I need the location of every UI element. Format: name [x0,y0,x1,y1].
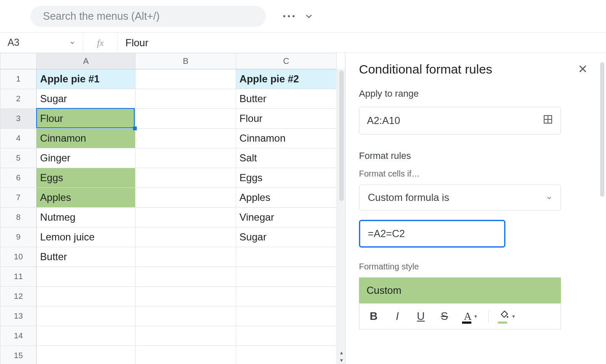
column-header-c[interactable]: C [236,53,337,69]
row-header[interactable]: 15 [0,346,37,364]
search-input[interactable] [42,10,254,23]
cell[interactable] [136,129,236,148]
scroll-up-icon[interactable]: ▲ [338,349,345,356]
cell[interactable] [37,287,136,306]
condition-value: Custom formula is [368,192,449,203]
row-header[interactable]: 13 [0,306,37,326]
name-box-value: A3 [8,37,19,48]
fill-color-button[interactable]: ▾ [494,308,521,325]
row-header[interactable]: 12 [0,287,37,306]
cell[interactable]: Flour [236,109,337,129]
cell[interactable]: Eggs [37,168,136,188]
cell[interactable]: Butter [37,247,136,267]
cell[interactable]: Apple pie #2 [236,69,337,89]
cell[interactable]: Cinnamon [37,129,136,148]
style-toolbar: B I U S A ▾ ▾ [359,303,561,330]
close-icon[interactable]: ✕ [578,63,587,75]
spreadsheet: A B C 1Apple pie #1Apple pie #22SugarBut… [0,53,345,364]
italic-button[interactable]: I [387,308,407,325]
row-header[interactable]: 11 [0,267,37,287]
row-header[interactable]: 7 [0,188,37,208]
row-header[interactable]: 1 [0,69,37,89]
row-header[interactable]: 2 [0,89,37,109]
column-header-b[interactable]: B [136,53,236,69]
vertical-scrollbar[interactable]: ▲ ▼ [338,69,345,364]
conditional-format-panel: Conditional format rules ✕ Apply to rang… [345,53,606,364]
panel-title: Conditional format rules [359,62,492,76]
cell[interactable] [37,306,136,326]
row-header[interactable]: 4 [0,129,37,148]
cell[interactable] [236,306,337,326]
bold-button[interactable]: B [364,308,384,325]
cell[interactable] [136,89,236,109]
row-header[interactable]: 6 [0,168,37,188]
cell[interactable]: Butter [236,89,337,109]
row-header[interactable]: 14 [0,326,37,346]
cell[interactable] [136,109,236,129]
cell[interactable] [136,326,236,346]
cell[interactable]: Sugar [236,227,337,247]
apply-range-field[interactable]: A2:A10 [359,107,561,135]
cell[interactable] [136,247,236,267]
cell[interactable]: Apples [37,188,136,208]
cell[interactable]: Salt [236,148,337,168]
cell[interactable]: Sugar [37,89,136,109]
column-header-a[interactable]: A [37,53,136,69]
cell[interactable] [136,168,236,188]
format-rules-label: Format rules [359,150,587,161]
more-icon[interactable] [279,6,299,26]
cell[interactable]: Eggs [236,168,337,188]
corner-cell[interactable] [0,53,37,69]
cell[interactable] [136,306,236,326]
cell[interactable] [136,69,236,89]
cell[interactable] [236,247,337,267]
name-box[interactable]: A3 [0,33,83,53]
cell[interactable]: Apple pie #1 [37,69,136,89]
cell[interactable]: Ginger [37,148,136,168]
cell[interactable] [37,326,136,346]
cell[interactable]: Vinegar [236,208,337,227]
cell[interactable] [136,346,236,364]
cell[interactable]: Lemon juice [37,227,136,247]
panel-scrollbar[interactable] [600,62,604,197]
cell[interactable] [136,287,236,306]
cell[interactable] [136,148,236,168]
formula-value: Flour [125,37,149,48]
selection-handle[interactable] [133,127,137,130]
cell[interactable] [136,227,236,247]
cell[interactable]: Nutmeg [37,208,136,227]
row-header[interactable]: 9 [0,227,37,247]
strikethrough-button[interactable]: S [434,308,454,325]
cell[interactable] [236,326,337,346]
text-color-button[interactable]: A ▾ [458,308,483,325]
apply-range-value: A2:A10 [367,115,400,127]
row-header[interactable]: 3 [0,109,37,129]
chevron-down-icon[interactable] [299,6,319,26]
cell[interactable] [37,267,136,287]
select-range-icon[interactable] [543,114,553,127]
cell[interactable] [136,267,236,287]
scrollbar-thumb[interactable] [339,71,344,201]
cell[interactable]: Cinnamon [236,129,337,148]
scroll-down-icon[interactable]: ▼ [338,356,345,364]
cell[interactable]: Flour [37,109,136,129]
svg-point-3 [507,316,508,318]
menu-search[interactable] [30,6,266,27]
cell[interactable] [136,208,236,227]
row-header[interactable]: 8 [0,208,37,227]
cell[interactable] [236,346,337,364]
underline-button[interactable]: U [411,308,431,325]
cell[interactable]: Apples [236,188,337,208]
cell[interactable] [136,188,236,208]
style-preview[interactable]: Custom [359,277,561,303]
formula-input[interactable]: Flour [118,37,606,49]
grid[interactable]: A B C 1Apple pie #1Apple pie #22SugarBut… [0,53,337,364]
custom-formula-input[interactable]: =A2=C2 [359,220,505,248]
cell[interactable] [37,346,136,364]
cell[interactable] [236,287,337,306]
row-header[interactable]: 10 [0,247,37,267]
cell[interactable] [236,267,337,287]
row-header[interactable]: 5 [0,148,37,168]
separator [488,310,489,323]
condition-dropdown[interactable]: Custom formula is [359,185,561,211]
